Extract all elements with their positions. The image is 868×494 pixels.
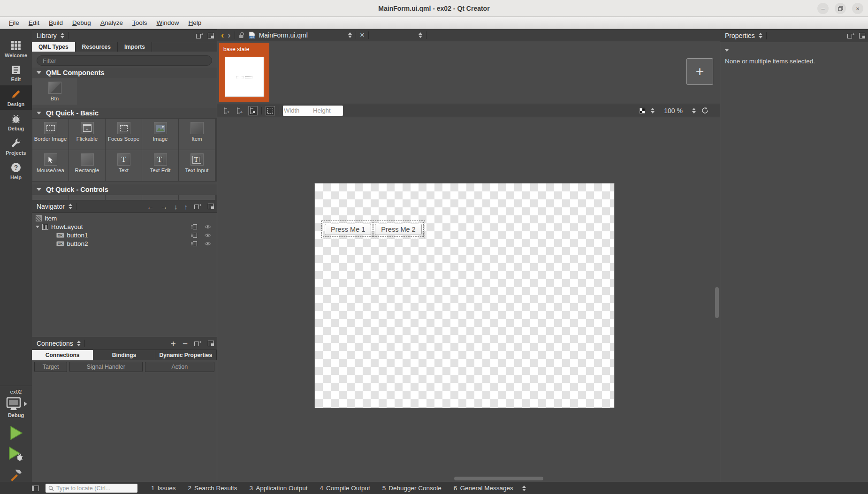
tab-connections[interactable]: Connections [32, 350, 93, 360]
pane-compile-output[interactable]: 4Compile Output [313, 482, 376, 494]
move-down-icon[interactable]: ↓ [174, 203, 178, 211]
locator-input[interactable] [56, 485, 127, 492]
pane-issues[interactable]: 1Issues [145, 482, 182, 494]
menu-window[interactable]: Window [152, 18, 183, 28]
expander-icon[interactable] [36, 226, 39, 228]
connections-panel-selector[interactable] [77, 341, 81, 346]
no-snapping-icon[interactable]: x [222, 106, 231, 115]
tree-item-button2[interactable]: OK button2 [32, 239, 217, 248]
menu-debug[interactable]: Debug [68, 18, 95, 28]
canvas-horizontal-scrollbar[interactable] [454, 477, 543, 480]
library-item-btn[interactable]: Btn [32, 78, 77, 105]
close-panel-icon[interactable] [208, 341, 214, 346]
show-bounding-rects-icon[interactable] [266, 106, 275, 115]
column-action[interactable]: Action [145, 362, 214, 372]
export-icon[interactable] [191, 241, 197, 246]
back-icon[interactable]: ‹ [221, 30, 224, 39]
menu-analyze[interactable]: Analyze [96, 18, 127, 28]
pane-application-output[interactable]: 3Application Output [244, 482, 314, 494]
library-panel-selector[interactable] [61, 33, 64, 38]
pane-search-results[interactable]: 2Search Results [182, 482, 244, 494]
tab-bindings[interactable]: Bindings [93, 350, 155, 360]
library-item-item[interactable]: Item [179, 119, 215, 150]
tab-imports[interactable]: Imports [118, 42, 152, 52]
library-item-rectangle[interactable]: Rectangle [69, 150, 105, 181]
close-panel-icon[interactable] [208, 33, 214, 38]
column-target[interactable]: Target [34, 362, 67, 372]
add-state-button[interactable]: + [686, 58, 713, 85]
tree-item-rowlayout[interactable]: RowLayout [32, 222, 217, 231]
snap-anchors-icon[interactable]: A [235, 106, 244, 115]
move-up-icon[interactable]: ↑ [184, 203, 188, 211]
editor-split-dropdown[interactable] [419, 32, 422, 38]
menu-tools[interactable]: Tools [128, 18, 152, 28]
button1-selection[interactable]: Press Me 1 [323, 222, 373, 237]
canvas-background-toggle-icon[interactable] [640, 108, 645, 114]
library-item-flickable[interactable]: ↔ Flickable [69, 119, 105, 150]
mode-debug[interactable]: Debug [0, 110, 32, 134]
library-item-text[interactable]: T Text [106, 150, 142, 181]
refresh-icon[interactable] [701, 107, 708, 114]
toggle-sidebar-icon[interactable] [32, 486, 39, 491]
eye-icon[interactable] [205, 225, 211, 229]
section-qml-components[interactable]: QML Components [32, 68, 217, 78]
menu-file[interactable]: File [5, 18, 23, 28]
close-document-icon[interactable]: × [360, 31, 365, 39]
split-panel-icon[interactable] [196, 33, 203, 39]
press-me-2-button[interactable]: Press Me 2 [375, 224, 421, 235]
remove-connection-icon[interactable]: − [183, 339, 188, 348]
qml-artboard[interactable] [314, 183, 615, 408]
menu-edit[interactable]: Edit [24, 18, 44, 28]
height-field[interactable] [313, 106, 342, 115]
menu-build[interactable]: Build [45, 18, 67, 28]
run-debug-button[interactable] [8, 446, 24, 462]
split-panel-icon[interactable] [194, 341, 201, 347]
split-panel-icon[interactable] [847, 33, 854, 39]
forward-icon[interactable]: › [228, 30, 230, 39]
library-item-image[interactable]: Image [142, 119, 178, 150]
properties-panel-selector[interactable] [759, 33, 762, 38]
tree-item-root[interactable]: Item [32, 214, 217, 222]
tab-qml-types[interactable]: QML Types [32, 42, 76, 52]
mode-edit[interactable]: Edit [0, 61, 32, 85]
library-item-text-edit[interactable]: T Text Edit [142, 150, 178, 181]
close-panel-icon[interactable] [859, 33, 865, 38]
library-item-mousearea[interactable]: MouseArea [32, 150, 69, 181]
output-pane-selector[interactable] [522, 486, 526, 491]
background-dropdown[interactable] [651, 108, 655, 114]
snap-margins-icon[interactable] [248, 106, 258, 115]
mode-design[interactable]: Design [0, 85, 32, 110]
button2-selection[interactable]: Press Me 2 [373, 222, 423, 237]
close-button[interactable]: × [852, 3, 863, 14]
kit-selector[interactable] [5, 396, 27, 411]
tab-dynamic-properties[interactable]: Dynamic Properties [155, 350, 217, 360]
split-panel-icon[interactable] [194, 204, 201, 210]
base-state-card[interactable]: base state [219, 43, 269, 102]
build-hammer-icon[interactable] [9, 468, 23, 482]
export-icon[interactable] [191, 224, 197, 229]
tab-resources[interactable]: Resources [76, 42, 118, 52]
column-signal-handler[interactable]: Signal Handler [69, 362, 143, 372]
zoom-dropdown[interactable] [692, 108, 696, 114]
close-panel-icon[interactable] [208, 204, 214, 209]
canvas-vertical-scrollbar[interactable] [715, 287, 719, 318]
move-left-icon[interactable]: ← [147, 203, 154, 211]
tree-item-button1[interactable]: OK button1 [32, 231, 217, 239]
mode-help[interactable]: ? Help [0, 159, 32, 183]
library-item-text-input[interactable]: T Text Input [179, 150, 215, 181]
press-me-1-button[interactable]: Press Me 1 [325, 224, 371, 235]
properties-collapse-icon[interactable] [725, 46, 863, 53]
section-qtquick-controls[interactable]: Qt Quick - Controls [32, 184, 217, 195]
document-dropdown[interactable] [348, 32, 352, 38]
mode-welcome[interactable]: Welcome [0, 37, 32, 61]
menu-help[interactable]: Help [184, 18, 206, 28]
eye-icon[interactable] [205, 242, 211, 246]
section-qtquick-basic[interactable]: Qt Quick - Basic [32, 108, 217, 118]
library-item-focus-scope[interactable]: Focus Scope [106, 119, 142, 150]
rowlayout-selection[interactable]: Press Me 1 Press Me 2 [321, 220, 425, 238]
open-document-title[interactable]: MainForm.ui.qml [259, 31, 308, 39]
move-right-icon[interactable]: → [160, 203, 168, 211]
eye-icon[interactable] [205, 233, 211, 237]
run-button[interactable] [9, 426, 23, 441]
mode-projects[interactable]: Projects [0, 134, 32, 159]
